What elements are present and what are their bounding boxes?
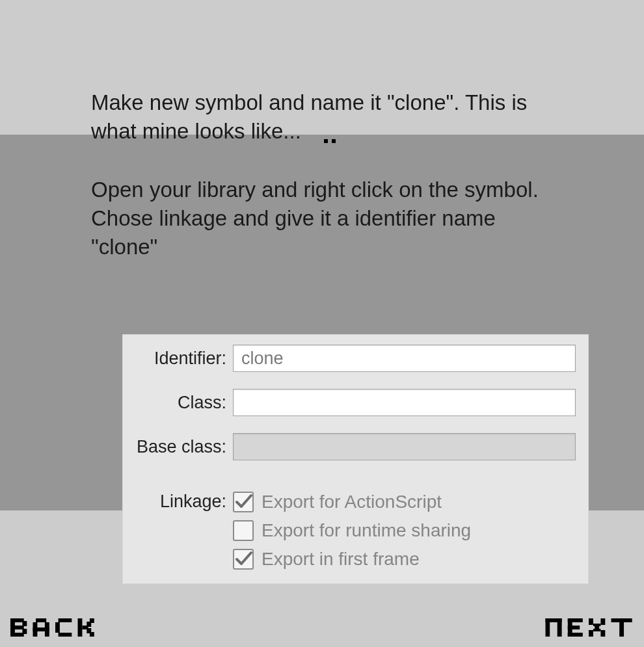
svg-rect-34	[619, 618, 624, 637]
export-actionscript-checkbox[interactable]	[233, 492, 254, 512]
svg-rect-29	[595, 626, 599, 629]
svg-rect-5	[22, 629, 27, 634]
linkage-dialog: Identifier: Class: Base class: Linkage: …	[122, 334, 589, 584]
class-input[interactable]	[233, 389, 576, 416]
back-button[interactable]	[10, 618, 99, 639]
svg-rect-28	[593, 624, 601, 626]
instructions: Make new symbol and name it "clone". Thi…	[91, 88, 559, 261]
base-class-label: Base class:	[122, 437, 233, 457]
base-class-input	[233, 433, 576, 460]
identifier-input[interactable]	[233, 345, 576, 372]
svg-rect-9	[33, 627, 49, 631]
svg-rect-24	[568, 626, 580, 629]
svg-rect-30	[593, 629, 601, 631]
svg-rect-27	[600, 618, 605, 625]
back-glyph	[10, 618, 99, 639]
instruction-line1a: Make new symbol and name it "clone". Thi…	[91, 90, 527, 114]
svg-rect-23	[568, 618, 583, 622]
svg-rect-16	[90, 618, 94, 623]
svg-rect-4	[22, 621, 27, 626]
svg-rect-2	[10, 626, 24, 629]
export-actionscript-label: Export for ActionScript	[262, 492, 442, 512]
export-first-frame-label: Export in first frame	[262, 549, 420, 570]
instruction-para2: Open your library and right click on the…	[91, 176, 559, 261]
svg-rect-21	[545, 618, 561, 622]
svg-rect-11	[59, 618, 72, 622]
class-label: Class:	[122, 393, 233, 413]
export-first-frame-checkbox[interactable]	[233, 549, 254, 570]
instruction-line1b: what mine looks like...	[91, 119, 301, 143]
svg-rect-3	[10, 633, 24, 637]
svg-rect-25	[568, 633, 583, 637]
export-runtime-checkbox[interactable]	[233, 520, 254, 541]
svg-rect-13	[78, 618, 83, 637]
svg-rect-26	[589, 618, 593, 625]
svg-rect-10	[55, 622, 60, 633]
next-button[interactable]	[545, 618, 634, 639]
svg-rect-8	[36, 618, 46, 622]
svg-rect-1	[10, 618, 24, 622]
linkage-label: Linkage:	[122, 490, 233, 512]
identifier-label: Identifier:	[122, 349, 233, 369]
svg-rect-18	[90, 632, 94, 637]
export-runtime-label: Export for runtime sharing	[262, 520, 471, 541]
svg-rect-12	[59, 633, 72, 637]
svg-rect-31	[589, 630, 593, 637]
svg-rect-32	[600, 630, 605, 637]
next-glyph	[545, 618, 634, 639]
